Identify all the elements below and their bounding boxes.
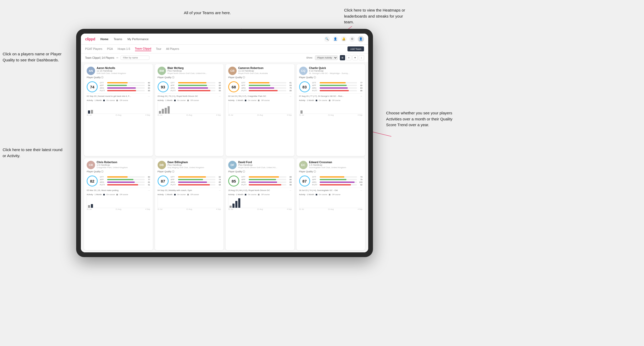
oncourse-label: On course <box>106 194 115 195</box>
activity-chart <box>158 102 221 114</box>
player-info: David Ford Plus Handicap Royal North Dev… <box>238 161 292 169</box>
player-card-2: CR Cameron Robertson 11-15 Handicap Roya… <box>226 64 294 156</box>
quality-label: Player Quality ⓘ <box>87 76 150 79</box>
show-label: Show: <box>306 56 313 59</box>
quality-score[interactable]: 74 <box>87 81 98 92</box>
activity-section: Activity · 1 Month On course Off course … <box>228 193 292 210</box>
player-info: Cameron Robertson 11-15 Handicap Royal P… <box>238 67 292 74</box>
quality-label: Player Quality ⓘ <box>228 170 292 173</box>
chart-bar <box>88 110 90 114</box>
nav-home[interactable]: Home <box>100 38 108 41</box>
activity-header: Activity · 1 Month On course Off course <box>228 99 292 102</box>
player-name[interactable]: Dave Billingham <box>168 161 221 164</box>
filter-view-button[interactable]: ▼ <box>352 55 358 60</box>
filter-input[interactable] <box>121 56 149 60</box>
player-name[interactable]: Chris Robertson <box>97 161 150 164</box>
player-avatar: DF <box>228 161 237 169</box>
settings-icon[interactable]: ⚙ <box>349 36 355 42</box>
tab-hcaps[interactable]: Hcaps 1-5 <box>118 47 130 51</box>
callout-teams: All of your Teams are here. <box>184 10 231 16</box>
tab-pga[interactable]: PGA <box>107 47 113 51</box>
player-name[interactable]: Aaron Nicholls <box>97 67 150 70</box>
player-club: Royal Perth Golf Club, Australia <box>238 72 292 74</box>
avatar-nav[interactable]: 👤 <box>358 36 364 42</box>
player-name[interactable]: Edward Crossman <box>309 161 363 164</box>
arg-bar-bg <box>107 87 145 89</box>
player-card-3: CQ Charlie Quick 6-10 Handicap St. Georg… <box>297 64 365 156</box>
latest-round[interactable]: 26 Aug 23 | 84 (+12), Royal North Devon … <box>228 188 292 192</box>
player-name[interactable]: David Ford <box>238 161 292 164</box>
putt-label: PUTT <box>241 89 248 92</box>
app-label: APP <box>100 178 106 181</box>
player-avatar: CR <box>228 67 237 75</box>
ott-stat: OTT 73 <box>312 176 363 178</box>
offcourse-label: Off course <box>120 194 128 195</box>
chart-bar <box>91 204 93 208</box>
round-text: 02 Sep 23 | Sunset round to get back int… <box>87 95 131 97</box>
app-label: APP <box>312 84 319 87</box>
arg-stat: ARG 75 <box>241 87 292 89</box>
activity-section: Activity · 1 Month On course Off course … <box>87 193 150 210</box>
quality-score[interactable]: 82 <box>87 175 98 187</box>
app-val: 63 <box>287 84 292 87</box>
bell-icon[interactable]: 🔔 <box>341 36 347 42</box>
player-name[interactable]: Charlie Quick <box>309 67 363 70</box>
ott-label: OTT <box>312 82 319 84</box>
nav-teams[interactable]: Teams <box>114 38 122 41</box>
activity-title: Activity · 1 Month <box>87 99 102 102</box>
quality-section: 87 OTT 73 APP 79 ARG <box>299 175 363 187</box>
putt-stat: PUTT 95 <box>171 89 221 92</box>
stats-list: OTT 77 APP 80 ARG <box>312 82 363 92</box>
show-select[interactable]: Player Activity <box>315 55 338 60</box>
latest-round[interactable]: 02 Sep 23 | Sunset round to get back int… <box>87 93 150 98</box>
ott-stat: OTT 60 <box>100 176 150 178</box>
putt-stat: PUTT 91 <box>100 184 150 186</box>
player-info: Chris Robertson 1-5 Handicap Craigmillar… <box>97 161 150 169</box>
quality-score[interactable]: 83 <box>299 81 310 92</box>
sort-view-button[interactable]: ↕ <box>359 55 364 60</box>
quality-score[interactable]: 85 <box>228 175 239 187</box>
chart-label-end: 4 Sep <box>145 114 150 116</box>
activity-section: Activity · 1 Month On course Off course … <box>228 99 292 116</box>
quality-score[interactable]: 68 <box>228 81 239 92</box>
list-view-button[interactable]: ≡ <box>346 55 351 60</box>
ott-label: OTT <box>171 82 177 84</box>
quality-score[interactable]: 87 <box>299 175 310 187</box>
nav-performance[interactable]: My Performance <box>127 38 149 41</box>
search-icon[interactable]: 🔍 <box>324 36 330 42</box>
add-team-button[interactable]: Add Team <box>347 46 364 51</box>
edit-icon[interactable]: ✏ <box>116 56 118 59</box>
arg-stat: ARG 85 <box>171 181 221 183</box>
app-label: APP <box>171 178 177 181</box>
player-name[interactable]: Cameron Robertson <box>238 67 292 70</box>
latest-round[interactable]: 04 Sep 23 | Mobility with coach, Gym → <box>158 188 221 192</box>
latest-round[interactable]: 07 Aug 23 | 77 (+7), St George's Hill GC… <box>299 93 363 98</box>
quality-score[interactable]: 87 <box>158 175 169 187</box>
quality-score[interactable]: 93 <box>158 81 169 92</box>
latest-round[interactable]: 26 Aug 23 | 73 (+1), Royal North Devon G… <box>158 93 221 98</box>
ott-val: 60 <box>146 82 150 84</box>
latest-round[interactable]: 02 Jul 23 | 59 (+17), Craigmillar Park G… <box>228 93 292 98</box>
tab-all-players[interactable]: All Players <box>166 47 179 51</box>
latest-round[interactable]: 05 Mar 23 | 19, Must make putting → <box>87 188 150 192</box>
grid-view-button[interactable]: ⊞ <box>340 55 345 60</box>
person-icon[interactable]: 👤 <box>333 36 338 42</box>
quality-section: 93 OTT 84 APP 85 ARG <box>158 81 221 92</box>
activity-title: Activity · 1 Month <box>228 193 243 196</box>
player-name[interactable]: Blair McHarg <box>168 67 221 70</box>
putt-bar-bg <box>249 90 286 91</box>
player-info: Blair McHarg Plus Handicap Royal North D… <box>168 67 221 74</box>
putt-bar-bg <box>107 90 145 91</box>
stats-list: OTT 60 APP 77 ARG <box>100 176 150 186</box>
logo: clippd <box>85 37 95 41</box>
tab-team-clippd[interactable]: Team Clippd <box>135 47 151 51</box>
putt-bar-bg <box>320 184 357 185</box>
round-text: 05 Mar 23 | 19, Must make putting <box>87 189 118 191</box>
offcourse-label: Off course <box>261 99 269 101</box>
tab-tour[interactable]: Tour <box>156 47 161 51</box>
nav-icons: 🔍 👤 🔔 ⚙ 👤 <box>324 36 364 42</box>
app-stat: APP 85 <box>171 84 221 87</box>
player-avatar: CQ <box>299 67 308 75</box>
tab-pgat[interactable]: PGAT Players <box>85 47 102 51</box>
latest-round[interactable]: 18 Jul 23 | 74 (+4), Sunningdale GC - Ol… <box>299 188 363 192</box>
